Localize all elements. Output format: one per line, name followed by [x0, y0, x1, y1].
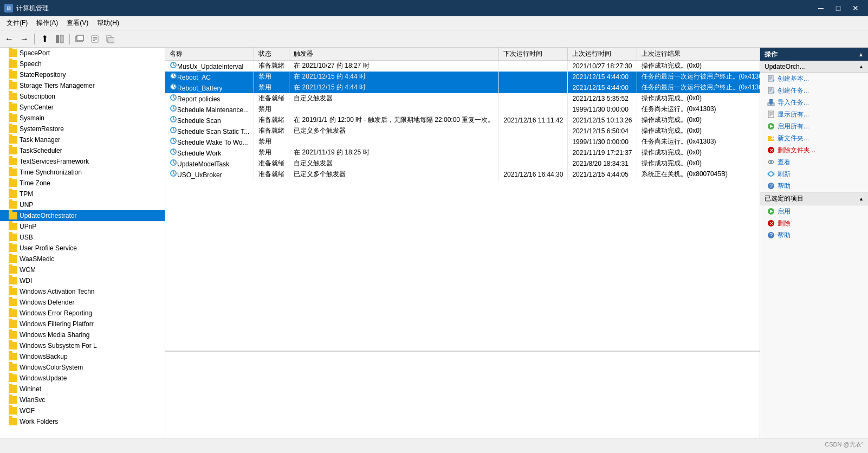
section-chevron-icon: ▲: [859, 196, 864, 202]
menu-file[interactable]: 文件(F): [2, 17, 32, 29]
table-row[interactable]: UpdateModelTask准备就绪自定义触发器2021/8/20 18:34…: [165, 158, 760, 169]
column-header-0[interactable]: 名称: [165, 48, 254, 61]
action-icon: [767, 207, 775, 216]
sidebar-item-34[interactable]: Work Folders: [0, 416, 165, 427]
sidebar-item-label: Task Manager: [20, 136, 60, 144]
new-window-button[interactable]: [73, 32, 87, 46]
column-header-4[interactable]: 上次运行时间: [568, 48, 637, 61]
sidebar-item-33[interactable]: WOF: [0, 405, 165, 416]
action-item-0-9[interactable]: ?帮助: [760, 180, 868, 192]
action-item-1-0[interactable]: 启用: [760, 205, 868, 217]
menu-help[interactable]: 帮助(H): [93, 17, 124, 29]
back-button[interactable]: ←: [2, 32, 16, 46]
action-item-1-1[interactable]: ✕删除: [760, 217, 868, 229]
action-item-0-4[interactable]: 启用所有...: [760, 120, 868, 132]
help-button[interactable]: [103, 32, 117, 46]
action-item-0-6[interactable]: ✕删除文件夹...: [760, 144, 868, 156]
table-row[interactable]: Schedule Maintenance...禁用1999/11/30 0:00…: [165, 104, 760, 115]
table-row[interactable]: Reboot_Battery禁用在 2021/12/15 的 4:44 时202…: [165, 82, 760, 93]
sidebar-item-32[interactable]: WlanSvc: [0, 394, 165, 405]
show-hide-button[interactable]: [53, 32, 67, 46]
properties-button[interactable]: [88, 32, 102, 46]
action-item-0-1[interactable]: 创建任务...: [760, 85, 868, 96]
table-row[interactable]: Schedule Work禁用在 2021/11/19 的 18:25 时202…: [165, 147, 760, 158]
sidebar-item-22[interactable]: Windows Activation Techn: [0, 286, 165, 297]
cell-0: 禁用: [254, 104, 289, 115]
folder-icon: [9, 418, 17, 425]
action-item-label: 启用所有...: [778, 122, 809, 131]
sidebar-item-12[interactable]: Time Zone: [0, 178, 165, 189]
sidebar[interactable]: SpacePortSpeechStateRepositoryStorage Ti…: [0, 48, 165, 438]
sidebar-item-5[interactable]: SyncCenter: [0, 102, 165, 113]
action-item-0-0[interactable]: 创建基本...: [760, 73, 868, 85]
column-header-3[interactable]: 下次运行时间: [499, 48, 568, 61]
sidebar-item-26[interactable]: Windows Media Sharing: [0, 329, 165, 340]
action-panel-title: 操作: [765, 50, 778, 59]
sidebar-item-18[interactable]: User Profile Service: [0, 243, 165, 254]
sidebar-item-11[interactable]: Time Synchronization: [0, 167, 165, 178]
cell-1: 自定义触发器: [289, 93, 499, 104]
sidebar-item-20[interactable]: WCM: [0, 264, 165, 275]
table-row[interactable]: Reboot_AC禁用在 2021/12/15 的 4:44 时2021/12/…: [165, 72, 760, 82]
sidebar-item-0[interactable]: SpacePort: [0, 48, 165, 59]
menu-action[interactable]: 操作(A): [32, 17, 62, 29]
sidebar-item-14[interactable]: UNP: [0, 199, 165, 210]
sidebar-item-21[interactable]: WDI: [0, 275, 165, 286]
cell-name: MusUx_UpdateInterval: [165, 61, 254, 72]
action-item-label: 导入任务...: [778, 98, 809, 107]
table-row[interactable]: Schedule Wake To Wo...禁用1999/11/30 0:00:…: [165, 137, 760, 147]
sidebar-item-1[interactable]: Speech: [0, 59, 165, 69]
table-row[interactable]: USO_UxBroker准备就绪已定义多个触发器2021/12/16 16:44…: [165, 169, 760, 180]
sidebar-item-16[interactable]: UPnP: [0, 221, 165, 232]
sidebar-item-25[interactable]: Windows Filtering Platforr: [0, 319, 165, 329]
action-item-0-2[interactable]: 导入任务...: [760, 96, 868, 108]
forward-button[interactable]: →: [17, 32, 31, 46]
sidebar-item-10[interactable]: TextServicesFramework: [0, 156, 165, 167]
sidebar-item-label: StateRepository: [20, 71, 66, 79]
column-header-5[interactable]: 上次运行结果: [637, 48, 760, 61]
cell-1: [289, 137, 499, 147]
sidebar-item-30[interactable]: WindowsUpdate: [0, 373, 165, 384]
sidebar-item-7[interactable]: SystemRestore: [0, 124, 165, 134]
sidebar-item-28[interactable]: WindowsBackup: [0, 351, 165, 362]
sidebar-item-4[interactable]: Subscription: [0, 91, 165, 102]
maximize-button[interactable]: □: [830, 2, 846, 15]
table-row[interactable]: Schedule Scan Static T...准备就绪已定义多个触发器202…: [165, 126, 760, 137]
folder-icon: [9, 364, 17, 371]
table-row[interactable]: Schedule Scan准备就绪在 2019/1/1 的 12:00 时 - …: [165, 115, 760, 126]
sidebar-item-17[interactable]: USB: [0, 232, 165, 243]
sidebar-item-8[interactable]: Task Manager: [0, 134, 165, 145]
task-table-container[interactable]: 名称状态触发器下次运行时间上次运行时间上次运行结果 MusUx_UpdateIn…: [165, 48, 760, 351]
action-item-0-5[interactable]: +新文件夹...: [760, 132, 868, 144]
sidebar-item-27[interactable]: Windows Subsystem For L: [0, 340, 165, 351]
sidebar-item-9[interactable]: TaskScheduler: [0, 145, 165, 156]
sidebar-item-31[interactable]: Wininet: [0, 384, 165, 394]
sidebar-item-13[interactable]: TPM: [0, 189, 165, 199]
column-header-1[interactable]: 状态: [254, 48, 289, 61]
sidebar-item-3[interactable]: Storage Tiers Managemer: [0, 80, 165, 91]
minimize-button[interactable]: ─: [813, 2, 829, 15]
sidebar-item-24[interactable]: Windows Error Reporting: [0, 308, 165, 319]
menu-view[interactable]: 查看(V): [62, 17, 93, 29]
close-button[interactable]: ✕: [847, 2, 864, 15]
action-item-0-8[interactable]: 刷新: [760, 168, 868, 180]
sidebar-item-15[interactable]: UpdateOrchestrator: [0, 210, 165, 221]
action-item-0-7[interactable]: 查看: [760, 156, 868, 168]
folder-icon: [9, 201, 17, 209]
action-item-1-2[interactable]: ?帮助: [760, 229, 868, 241]
sidebar-item-29[interactable]: WindowsColorSystem: [0, 362, 165, 373]
status-bar: [0, 438, 868, 453]
column-header-2[interactable]: 触发器: [289, 48, 499, 61]
table-row[interactable]: MusUx_UpdateInterval准备就绪在 2021/10/27 的 1…: [165, 61, 760, 72]
sidebar-item-2[interactable]: StateRepository: [0, 69, 165, 80]
table-row[interactable]: Report policies准备就绪自定义触发器2021/12/13 5:35…: [165, 93, 760, 104]
up-button[interactable]: ⬆: [37, 32, 51, 46]
sidebar-item-6[interactable]: Sysmain: [0, 113, 165, 124]
sidebar-item-19[interactable]: WaaSMedic: [0, 254, 165, 264]
sidebar-item-label: Windows Media Sharing: [20, 331, 89, 339]
action-item-0-3[interactable]: 显示所有...: [760, 108, 868, 120]
action-item-label: 显示所有...: [778, 110, 809, 119]
sidebar-item-23[interactable]: Windows Defender: [0, 297, 165, 308]
sidebar-item-label: Speech: [20, 60, 42, 68]
svg-text:✕: ✕: [769, 147, 774, 153]
